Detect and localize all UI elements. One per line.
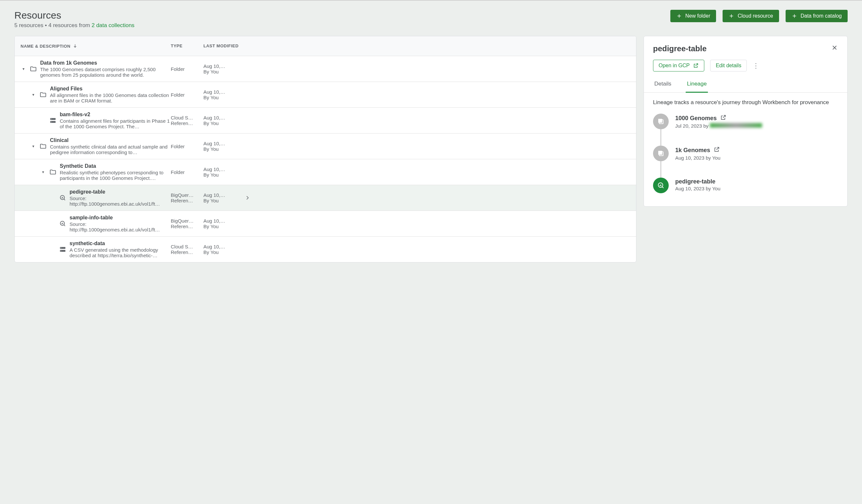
lineage-node-title: 1000 Genomes xyxy=(675,114,762,122)
expand-toggle[interactable]: ▾ xyxy=(40,170,46,174)
col-header-name[interactable]: NAME & DESCRIPTION xyxy=(21,43,171,49)
folder-icon xyxy=(49,169,56,176)
table-row[interactable]: synthetic-data A CSV generated using the… xyxy=(15,237,636,262)
plus-icon xyxy=(792,13,797,19)
lineage-node[interactable]: 1k Genomes Aug 10, 2023 by You xyxy=(653,146,838,161)
details-panel: pedigree-table Open in GCP Edit details … xyxy=(643,36,848,207)
table-row[interactable]: ▾ Clinical Contains synthetic clinical d… xyxy=(15,133,636,159)
plus-icon xyxy=(676,13,682,19)
chevron-right-icon[interactable] xyxy=(243,195,252,201)
resource-description: Realistic synthetic phenotypes correspon… xyxy=(60,170,171,181)
col-header-type[interactable]: TYPE xyxy=(171,43,204,49)
external-link-icon[interactable] xyxy=(720,114,727,122)
lineage-node-title: pedigree-table xyxy=(675,178,720,185)
expand-toggle[interactable]: ▾ xyxy=(21,67,26,71)
resource-modified: Aug 10,…By You xyxy=(204,167,243,177)
more-actions-button[interactable]: ⋮ xyxy=(753,62,759,69)
resource-title: Aligned Files xyxy=(50,86,171,92)
resource-title: bam-files-v2 xyxy=(60,111,171,118)
lineage-node-title: 1k Genomes xyxy=(675,146,720,155)
bigquery-icon xyxy=(59,220,66,227)
resource-type: BigQuer… Referen… xyxy=(171,218,204,229)
storage-icon xyxy=(49,117,56,124)
resource-title: pedigree-table xyxy=(69,189,171,195)
folder-icon xyxy=(40,143,47,150)
resource-modified: Aug 10,…By You xyxy=(204,63,243,75)
col-header-modified[interactable]: LAST MODIFIED xyxy=(204,43,243,49)
resource-description: Source: http://ftp.1000genomes.ebi.ac.uk… xyxy=(69,196,171,207)
resource-modified: Aug 10,…By You xyxy=(204,192,243,203)
resource-type: BigQuer… Referen… xyxy=(171,192,204,203)
resource-description: Contains synthetic clinical data and act… xyxy=(50,144,171,155)
folder-icon xyxy=(30,65,37,72)
resources-table: NAME & DESCRIPTION TYPE LAST MODIFIED ▾ … xyxy=(14,36,636,263)
page-title: Resources xyxy=(14,10,134,21)
page-subtitle: 5 resources • 4 resources from 2 data co… xyxy=(14,22,134,29)
lineage-node-subtitle: Aug 10, 2023 by You xyxy=(675,155,720,161)
lineage-node-icon xyxy=(653,114,669,129)
expand-toggle[interactable]: ▾ xyxy=(30,144,36,148)
lineage-node[interactable]: 1000 Genomes Jul 20, 2023 by xyxy=(653,114,838,129)
resource-description: A CSV generated using the methodology de… xyxy=(69,247,171,258)
edit-details-button[interactable]: Edit details xyxy=(710,60,747,71)
cloud-resource-button[interactable]: Cloud resource xyxy=(722,10,779,22)
resource-modified: Aug 10,…By You xyxy=(204,218,243,229)
bigquery-icon xyxy=(59,194,66,201)
resource-type: Folder xyxy=(171,92,204,97)
external-link-icon xyxy=(693,63,699,68)
resource-type: Cloud S… Referen… xyxy=(171,244,204,255)
table-row[interactable]: bam-files-v2 Contains alignment files fo… xyxy=(15,108,636,133)
resource-type: Folder xyxy=(171,144,204,149)
new-folder-button[interactable]: New folder xyxy=(670,10,716,22)
data-collections-link[interactable]: 2 data collections xyxy=(91,22,134,28)
resource-description: The 1000 Genomes dataset comprises rough… xyxy=(40,67,171,78)
lineage-description: Lineage tracks a resource's journey thro… xyxy=(653,99,838,106)
resource-type: Folder xyxy=(171,66,204,72)
lineage-connector xyxy=(661,161,661,177)
tab-details[interactable]: Details xyxy=(653,77,672,93)
folder-icon xyxy=(40,91,47,98)
lineage-node[interactable]: pedigree-table Aug 10, 2023 by You xyxy=(653,177,838,193)
external-link-icon[interactable] xyxy=(714,146,720,155)
resource-title: Synthetic Data xyxy=(60,163,171,169)
resource-modified: Aug 10,…By You xyxy=(204,115,243,126)
redacted-author xyxy=(710,123,762,128)
resource-type: Folder xyxy=(171,169,204,175)
lineage-node-icon xyxy=(653,146,669,161)
resource-description: Source: http://ftp.1000genomes.ebi.ac.uk… xyxy=(69,221,171,233)
storage-icon xyxy=(59,246,66,253)
lineage-node-subtitle: Jul 20, 2023 by xyxy=(675,123,762,129)
resource-title: sample-info-table xyxy=(69,215,171,221)
resource-type: Cloud S… Referen… xyxy=(171,115,204,126)
lineage-node-subtitle: Aug 10, 2023 by You xyxy=(675,186,720,191)
tab-lineage[interactable]: Lineage xyxy=(686,77,708,93)
resource-modified: Aug 10,…By You xyxy=(204,244,243,255)
resource-title: synthetic-data xyxy=(69,241,171,247)
expand-toggle[interactable]: ▾ xyxy=(30,92,36,97)
table-row[interactable]: pedigree-table Source: http://ftp.1000ge… xyxy=(15,185,636,211)
panel-title: pedigree-table xyxy=(653,44,707,53)
open-in-gcp-button[interactable]: Open in GCP xyxy=(653,60,704,71)
resource-modified: Aug 10,…By You xyxy=(204,89,243,100)
resource-description: Contains alignment files for participant… xyxy=(60,118,171,129)
table-row[interactable]: ▾ Aligned Files All alignment files in t… xyxy=(15,82,636,108)
table-row[interactable]: ▾ Data from 1k Genomes The 1000 Genomes … xyxy=(15,56,636,82)
table-row[interactable]: ▾ Synthetic Data Realistic synthetic phe… xyxy=(15,159,636,185)
resource-description: All alignment files in the 1000 Genomes … xyxy=(50,92,171,104)
resource-title: Data from 1k Genomes xyxy=(40,60,171,66)
sort-down-icon xyxy=(73,43,78,49)
lineage-node-icon xyxy=(653,177,669,193)
lineage-connector xyxy=(661,129,661,146)
data-from-catalog-button[interactable]: Data from catalog xyxy=(786,10,848,22)
close-panel-button[interactable] xyxy=(831,44,838,53)
resource-modified: Aug 10,…By You xyxy=(204,141,243,152)
table-row[interactable]: sample-info-table Source: http://ftp.100… xyxy=(15,211,636,237)
resource-title: Clinical xyxy=(50,137,171,143)
close-icon xyxy=(831,44,838,51)
plus-icon xyxy=(729,13,734,19)
